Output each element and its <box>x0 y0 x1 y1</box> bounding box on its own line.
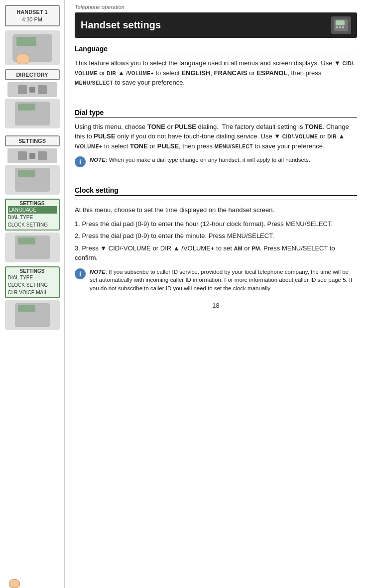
clock-note-body: If you subscribe to caller ID service, p… <box>90 269 352 291</box>
language-title: Language <box>75 45 357 54</box>
icon-block-4 <box>18 151 27 160</box>
menu2-item-dial-type[interactable]: DIAL TYPE <box>8 274 57 281</box>
page-number: 18 <box>75 302 357 309</box>
icon-block-1 <box>18 85 27 94</box>
menu1-item-clock-setting[interactable]: CLOCK SETTING <box>8 221 57 229</box>
sidebar-handset-box: HANDSET 1 4:30 PM <box>5 5 60 26</box>
clock-steps-list: 1. Press the dial pad (0-9) to enter the… <box>75 219 357 263</box>
clock-note-text: NOTE: If you subscribe to caller ID serv… <box>90 268 357 293</box>
section-header-title: Handset settings <box>81 19 161 31</box>
section-header: Handset settings <box>75 12 357 38</box>
svg-rect-2 <box>336 26 338 28</box>
menu1-item-language[interactable]: LANGUAGE <box>8 206 57 214</box>
note-icon-2: i <box>75 268 86 279</box>
sidebar-menu-box-1: SETTINGS LANGUAGE DIAL TYPE CLOCK SETTIN… <box>5 199 60 231</box>
main-content: Telephone operation Handset settings Lan… <box>65 0 367 588</box>
icon-block-6 <box>38 151 47 160</box>
clock-step-1: 1. Press the dial pad (0-9) to enter the… <box>75 219 357 229</box>
phone-image-3 <box>5 165 60 195</box>
clock-divider <box>75 200 357 200</box>
dial-type-note-label: NOTE: <box>90 157 108 163</box>
menu1-header: SETTINGS <box>8 201 57 206</box>
sidebar-directory-box[interactable]: DIRECTORY <box>5 69 60 80</box>
clock-note-label: NOTE <box>90 269 106 275</box>
phone-image-2 <box>5 99 60 128</box>
dial-type-note: i NOTE: When you make a dial type change… <box>75 156 357 167</box>
dial-type-body: Using this menu, choose TONE or PULSE di… <box>75 122 357 151</box>
directory-label: DIRECTORY <box>8 72 57 78</box>
settings-label-1: SETTINGS <box>8 138 57 144</box>
clock-body: At this menu, choose to set the time dis… <box>75 205 357 215</box>
clock-step-2: 2. Press the dial pad (0-9) to enter the… <box>75 231 357 241</box>
icon-block-3 <box>38 85 47 94</box>
handset-title: HANDSET 1 <box>8 9 57 15</box>
handset-icon <box>333 18 349 32</box>
language-body: This feature allows you to select the la… <box>75 58 357 88</box>
phone-image-5 <box>5 300 60 330</box>
sidebar-settings-box-1[interactable]: SETTINGS <box>5 135 60 146</box>
handset-time: 4:30 PM <box>8 16 57 22</box>
clock-setting-title: Clock setting <box>75 186 357 196</box>
dial-type-note-text: NOTE: When you make a dial type change o… <box>90 156 310 164</box>
note-icon-1: i <box>75 156 86 167</box>
phone-image-4 <box>5 233 60 262</box>
svg-rect-3 <box>339 26 341 28</box>
menu2-header: SETTINGS <box>8 268 57 274</box>
phone-icon-header <box>331 16 351 34</box>
dial-type-note-body: When you make a dial type change on any … <box>109 157 310 163</box>
menu2-item-clr-voice-mail[interactable]: CLR VOICE MAIL <box>8 289 57 296</box>
svg-rect-4 <box>342 26 344 28</box>
dial-type-title: Dial type <box>75 109 357 118</box>
svg-rect-1 <box>336 20 345 25</box>
phone-image-1 <box>5 30 60 65</box>
icon-block-5 <box>29 153 35 159</box>
page-category: Telephone operation <box>75 4 357 10</box>
menu1-item-dial-type[interactable]: DIAL TYPE <box>8 214 57 221</box>
sidebar-menu-box-2: SETTINGS DIAL TYPE CLOCK SETTING CLR VOI… <box>5 266 60 298</box>
sidebar-icon-row-1 <box>7 82 57 97</box>
sidebar-icon-row-2 <box>7 148 57 163</box>
sidebar: HANDSET 1 4:30 PM DIRECTORY SETTINGS <box>0 0 65 588</box>
clock-step-3: 3. Press ▼ CID/-VOLUME or DIR ▲ /VOLUME+… <box>75 243 357 263</box>
menu2-item-clock-setting[interactable]: CLOCK SETTING <box>8 281 57 289</box>
clock-note: i NOTE: If you subscribe to caller ID se… <box>75 268 357 293</box>
icon-block-2 <box>29 87 35 93</box>
